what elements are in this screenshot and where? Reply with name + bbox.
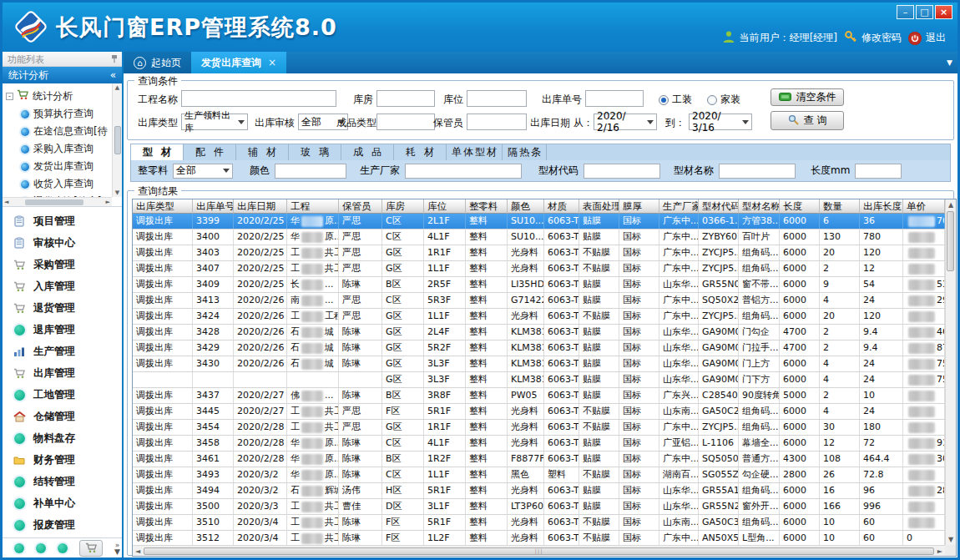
order-no-input[interactable]: [585, 90, 644, 107]
profile-code-input[interactable]: [584, 164, 660, 179]
profile-name-input[interactable]: [719, 164, 796, 179]
table-row[interactable]: 调拨出库34942020/3/2石辉城汤伟H区5R1F整料光身料6063-T5贴…: [133, 483, 945, 499]
column-header-film[interactable]: 膜厚: [619, 199, 659, 214]
maximize-button[interactable]: □: [916, 5, 933, 19]
table-row[interactable]: 调拨出库34072020/2/25工共工程严思G区1L1F整料光身料6063-T…: [133, 261, 945, 277]
tree-item[interactable]: 发货出库查询: [6, 158, 111, 175]
color-input[interactable]: [275, 164, 346, 179]
column-header-unit-price[interactable]: 单价: [903, 199, 945, 214]
cart-group-button[interactable]: [79, 540, 103, 557]
material-tab-配件[interactable]: 配件: [184, 144, 236, 160]
sidebar-item-结转管理[interactable]: 结转管理: [3, 471, 122, 492]
column-header-qty[interactable]: 数量: [820, 199, 860, 214]
sidebar-item-项目管理[interactable]: 项目管理: [3, 210, 122, 232]
column-header-color[interactable]: 颜色: [508, 199, 544, 214]
column-header-length[interactable]: 长度: [780, 199, 820, 214]
sidebar-item-物料盘存[interactable]: 物料盘存: [3, 427, 122, 449]
whole-part-dropdown[interactable]: 全部: [173, 164, 233, 179]
table-row[interactable]: 调拨出库35122020/3/4工共工程陈琳F区1L2F整料光身料6063-T5…: [133, 531, 945, 545]
group-dot-icon[interactable]: [58, 543, 68, 553]
sidebar-section-statistics[interactable]: 统计分析 «: [3, 67, 122, 83]
tab-list-dropdown-icon[interactable]: ▼: [947, 58, 952, 67]
warehouse-input[interactable]: [376, 90, 435, 107]
table-row[interactable]: 调拨出库34032020/2/25工共工程严思G区1R1F整料光身料6063-T…: [133, 245, 945, 261]
column-header-whole-part[interactable]: 整零料: [466, 199, 508, 214]
tab-home[interactable]: ⌂ 起始页: [124, 52, 191, 73]
tree-item[interactable]: 预算执行查询: [6, 105, 111, 123]
column-header-profile-name[interactable]: 型材名称: [739, 199, 780, 214]
sidebar-item-审核中心[interactable]: 审核中心: [3, 232, 122, 254]
table-row[interactable]: 调拨出库34132020/2/26南...严思C区5R3F整料G71422606…: [133, 293, 945, 309]
sidebar-item-退库管理[interactable]: 退库管理: [3, 319, 122, 341]
table-row[interactable]: 调拨出库34092020/2/25长...陈琳B区2R5F整料LI35HD606…: [133, 277, 945, 293]
tree-vertical-scrollbar[interactable]: ▲ ▼: [112, 83, 122, 197]
table-row[interactable]: 调拨出库34582020/2/28华原...陈琳C区4L1F整料光身料6063-…: [133, 436, 945, 452]
tree-item[interactable]: 收货入库查询: [6, 175, 111, 193]
column-header-keeper[interactable]: 保管员: [339, 199, 382, 214]
column-header-out-type[interactable]: 出库类型: [133, 199, 193, 214]
sidebar-item-采购管理[interactable]: 采购管理: [3, 254, 122, 275]
location-input[interactable]: [467, 90, 527, 107]
sidebar-item-出库管理[interactable]: 出库管理: [3, 362, 122, 384]
grid-horizontal-scrollbar[interactable]: ◄ ||| ►: [133, 545, 945, 556]
column-header-surface[interactable]: 表面处理: [579, 199, 619, 214]
column-header-project[interactable]: 工程: [287, 199, 339, 214]
table-row[interactable]: 调拨出库34282020/2/26石城陈琳G区2L4F整料KLM38176063…: [133, 325, 945, 341]
scrollbar-thumb[interactable]: |||: [144, 547, 934, 555]
project-name-input[interactable]: [181, 90, 336, 107]
clear-conditions-button[interactable]: 清空条件: [771, 88, 844, 106]
sidebar-item-报废管理[interactable]: 报废管理: [3, 514, 122, 536]
column-header-material[interactable]: 材质: [544, 199, 579, 214]
column-header-out-date[interactable]: 出库日期: [234, 199, 287, 214]
table-row[interactable]: 调拨出库34302020/2/26石城陈琳G区3L3F整料KLM38176063…: [133, 356, 945, 372]
grid-vertical-scrollbar[interactable]: ▲ ▼: [945, 199, 956, 545]
keeper-input[interactable]: [467, 114, 527, 130]
table-row[interactable]: 调拨出库34292020/2/26石城陈琳G区5R2F整料KLM38176063…: [133, 341, 945, 356]
material-tab-隔热条[interactable]: 隔热条: [503, 144, 547, 160]
table-row[interactable]: 调拨出库35002020/3/3工共工程曹佳D区3L1F整料LT3P606063…: [133, 499, 945, 515]
tree-item[interactable]: 采购入库查询: [6, 140, 111, 158]
material-tab-玻璃[interactable]: 玻璃: [289, 144, 341, 160]
material-tab-耗材[interactable]: 耗材: [394, 144, 447, 160]
sidebar-item-生产管理[interactable]: 生产管理: [3, 341, 122, 362]
collapse-box-icon[interactable]: -: [6, 93, 13, 100]
radio-jiazhuang[interactable]: 家装: [707, 93, 740, 107]
sidebar-item-仓储管理[interactable]: 仓储管理: [3, 406, 122, 427]
tree-item[interactable]: 在途信息查询[待: [6, 123, 111, 140]
minimize-button[interactable]: –: [897, 5, 914, 19]
table-row[interactable]: 调拨出库34932020/3/2华原...陈琳C区1L1F整料黑色塑料不贴膜国标…: [133, 467, 945, 483]
material-tab-单体型材[interactable]: 单体型材: [447, 144, 503, 160]
tree-horizontal-scrollbar[interactable]: ◄ ►: [3, 197, 112, 206]
more-groups-button[interactable]: »▼: [114, 542, 120, 555]
table-row[interactable]: 调拨出库34612020/2/28华原...陈琳B区1R2F整料F8877FT6…: [133, 452, 945, 467]
scrollbar-thumb[interactable]: [947, 211, 954, 271]
table-row[interactable]: 调拨出库33992020/2/25华原...严思C区2L1F整料SU10...6…: [133, 214, 945, 230]
table-row[interactable]: 调拨出库35102020/3/4工共工程陈琳F区5R1F整料光身料6063-T5…: [133, 515, 945, 531]
sidebar-item-退货管理[interactable]: 退货管理: [3, 297, 122, 319]
tab-shipment-outbound-query[interactable]: 发货出库查询 ×: [191, 52, 286, 73]
group-dot-icon[interactable]: [36, 543, 46, 553]
table-row[interactable]: 调拨出库34002020/2/25华原...严思C区4L1F整料SU10...6…: [133, 230, 945, 245]
column-header-warehouse[interactable]: 库房: [382, 199, 424, 214]
table-row[interactable]: 调拨出库34242020/2/26工工程严思G区1L1F整料光身料6063-T5…: [133, 309, 945, 325]
length-input[interactable]: [855, 164, 902, 179]
material-tab-成品[interactable]: 成品: [341, 144, 394, 160]
date-from-picker[interactable]: 2020/ 2/16: [594, 114, 657, 130]
column-header-order-no[interactable]: 出库单号: [193, 199, 234, 214]
radio-gongzhuang[interactable]: 工装: [659, 93, 692, 107]
column-header-out-length[interactable]: 出库长度: [860, 199, 903, 214]
sidebar-item-入库管理[interactable]: 入库管理: [3, 275, 122, 297]
product-type-input[interactable]: [376, 114, 435, 130]
change-password-link[interactable]: 修改密码: [844, 30, 902, 46]
column-header-profile-code[interactable]: 型材代码: [699, 199, 739, 214]
sidebar-item-财务管理[interactable]: 财务管理: [3, 449, 122, 471]
out-type-dropdown[interactable]: 生产领料出库: [181, 114, 248, 130]
logout-button[interactable]: 退出: [908, 31, 946, 45]
manufacturer-input[interactable]: [405, 164, 522, 179]
table-row[interactable]: G区3L3F整料KLM38176063-T5贴膜国标山东华...GA90M09.…: [133, 372, 945, 388]
sidebar-item-补单中心[interactable]: 补单中心: [3, 492, 122, 514]
column-header-manufacturer[interactable]: 生产厂家: [659, 199, 699, 214]
collapse-icon[interactable]: «: [110, 69, 116, 81]
sidebar-item-工地管理[interactable]: 工地管理: [3, 384, 122, 406]
tab-close-icon[interactable]: ×: [268, 57, 276, 68]
